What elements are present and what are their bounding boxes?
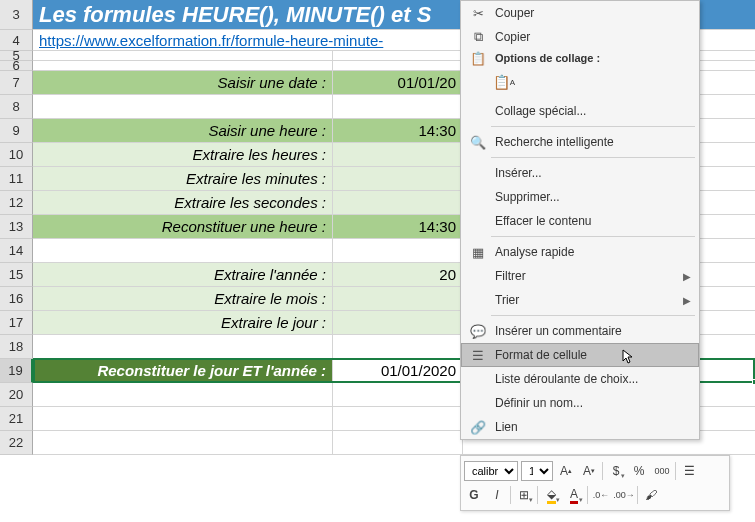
percent-format-button[interactable]: % <box>629 461 649 481</box>
clipboard-icon: 📋 <box>467 51 489 66</box>
cell-label[interactable]: Saisir une date : <box>33 71 333 94</box>
menu-delete[interactable]: Supprimer... <box>461 185 699 209</box>
paste-option-all[interactable]: 📋A <box>491 69 517 95</box>
border-button[interactable]: ⊞▾ <box>514 485 534 505</box>
row-header[interactable]: 3 <box>0 0 33 30</box>
cell-label[interactable]: Extraire l'année : <box>33 263 333 286</box>
cell-value[interactable]: 14:30 <box>333 119 463 142</box>
bold-button[interactable]: G <box>464 485 484 505</box>
menu-sort[interactable]: Trier ▶ <box>461 288 699 312</box>
copy-icon: ⧉ <box>467 29 489 45</box>
menu-label: Analyse rapide <box>489 245 691 259</box>
menu-label: Liste déroulante de choix... <box>489 372 691 386</box>
menu-define-name[interactable]: Définir un nom... <box>461 391 699 415</box>
cell-label[interactable]: Extraire les secondes : <box>33 191 333 214</box>
menu-label: Trier <box>489 293 683 307</box>
menu-label: Options de collage : <box>489 52 691 64</box>
format-painter-button[interactable]: 🖌 <box>641 485 661 505</box>
separator <box>637 486 638 504</box>
cell-value[interactable] <box>333 311 463 334</box>
link-icon: 🔗 <box>467 420 489 435</box>
accounting-format-button[interactable]: $▾ <box>606 461 626 481</box>
menu-label: Supprimer... <box>489 190 691 204</box>
menu-separator <box>491 315 695 316</box>
menu-label: Collage spécial... <box>489 104 691 118</box>
cell-value[interactable]: 01/01/20 <box>333 71 463 94</box>
menu-format-cell[interactable]: ☰ Format de cellule <box>461 343 699 367</box>
cell-label[interactable]: Reconstituer le jour ET l'année : <box>33 359 333 382</box>
row-header[interactable]: 8 <box>0 95 33 119</box>
cell-label[interactable]: Extraire le jour : <box>33 311 333 334</box>
menu-link[interactable]: 🔗 Lien <box>461 415 699 439</box>
row-header[interactable]: 12 <box>0 191 33 215</box>
increase-decimal-button[interactable]: .00→ <box>614 485 634 505</box>
cell-label[interactable]: Saisir une heure : <box>33 119 333 142</box>
row-header[interactable]: 16 <box>0 287 33 311</box>
menu-smart-lookup[interactable]: 🔍 Recherche intelligente <box>461 130 699 154</box>
font-color-button[interactable]: A▾ <box>564 485 584 505</box>
decrease-decimal-button[interactable]: .0← <box>591 485 611 505</box>
separator <box>510 486 511 504</box>
row-header[interactable]: 18 <box>0 335 33 359</box>
cell-label[interactable]: Extraire les minutes : <box>33 167 333 190</box>
menu-label: Définir un nom... <box>489 396 691 410</box>
row-header[interactable]: 9 <box>0 119 33 143</box>
merge-button[interactable]: ☰ <box>679 461 699 481</box>
decrease-font-button[interactable]: A▾ <box>579 461 599 481</box>
menu-copy[interactable]: ⧉ Copier <box>461 25 699 49</box>
cell-value[interactable] <box>333 287 463 310</box>
format-icon: ☰ <box>467 348 489 363</box>
menu-label: Lien <box>489 420 691 434</box>
comma-format-button[interactable]: 000 <box>652 461 672 481</box>
menu-insert-comment[interactable]: 💬 Insérer un commentaire <box>461 319 699 343</box>
row-header[interactable]: 10 <box>0 143 33 167</box>
menu-label: Effacer le contenu <box>489 214 691 228</box>
menu-dropdown-list[interactable]: Liste déroulante de choix... <box>461 367 699 391</box>
fill-color-button[interactable]: ⬙▾ <box>541 485 561 505</box>
menu-cut[interactable]: ✂ Couper <box>461 1 699 25</box>
mini-toolbar: calibri 11 A▴ A▾ $▾ % 000 ☰ G I ⊞▾ ⬙▾ A▾… <box>460 455 730 511</box>
cell-value[interactable] <box>333 143 463 166</box>
menu-label: Filtrer <box>489 269 683 283</box>
cell-value[interactable]: 20 <box>333 263 463 286</box>
chevron-right-icon: ▶ <box>683 295 691 306</box>
row-header[interactable]: 6 <box>0 61 33 71</box>
paste-options: 📋A <box>461 67 699 99</box>
cell-value[interactable]: 14:30 <box>333 215 463 238</box>
row-header[interactable]: 17 <box>0 311 33 335</box>
cell-label[interactable]: Extraire le mois : <box>33 287 333 310</box>
font-select[interactable]: calibri <box>464 461 518 481</box>
row-header[interactable]: 22 <box>0 431 33 455</box>
chevron-right-icon: ▶ <box>683 271 691 282</box>
font-size-select[interactable]: 11 <box>521 461 553 481</box>
row-header[interactable]: 15 <box>0 263 33 287</box>
cell-label[interactable]: Extraire les heures : <box>33 143 333 166</box>
row-header[interactable]: 11 <box>0 167 33 191</box>
menu-quick-analysis[interactable]: ▦ Analyse rapide <box>461 240 699 264</box>
menu-filter[interactable]: Filtrer ▶ <box>461 264 699 288</box>
row-header[interactable]: 13 <box>0 215 33 239</box>
row-header[interactable]: 7 <box>0 71 33 95</box>
separator <box>587 486 588 504</box>
row-header[interactable]: 14 <box>0 239 33 263</box>
row-header[interactable]: 19 <box>0 359 33 383</box>
search-icon: 🔍 <box>467 135 489 150</box>
menu-insert[interactable]: Insérer... <box>461 161 699 185</box>
italic-button[interactable]: I <box>487 485 507 505</box>
cell-label[interactable]: Reconstituer une heure : <box>33 215 333 238</box>
cell-value[interactable]: 01/01/2020 <box>333 359 463 382</box>
page-title[interactable]: Les formules HEURE(), MINUTE() et S <box>33 0 437 29</box>
scissors-icon: ✂ <box>467 6 489 21</box>
cell-value[interactable] <box>333 167 463 190</box>
cell-value[interactable] <box>333 191 463 214</box>
menu-paste-special[interactable]: Collage spécial... <box>461 99 699 123</box>
menu-label: Couper <box>489 6 691 20</box>
menu-separator <box>491 157 695 158</box>
row-header[interactable]: 21 <box>0 407 33 431</box>
menu-separator <box>491 126 695 127</box>
hyperlink[interactable]: https://www.excelformation.fr/formule-he… <box>33 30 389 50</box>
row-header[interactable]: 20 <box>0 383 33 407</box>
menu-clear[interactable]: Effacer le contenu <box>461 209 699 233</box>
separator <box>675 462 676 480</box>
increase-font-button[interactable]: A▴ <box>556 461 576 481</box>
